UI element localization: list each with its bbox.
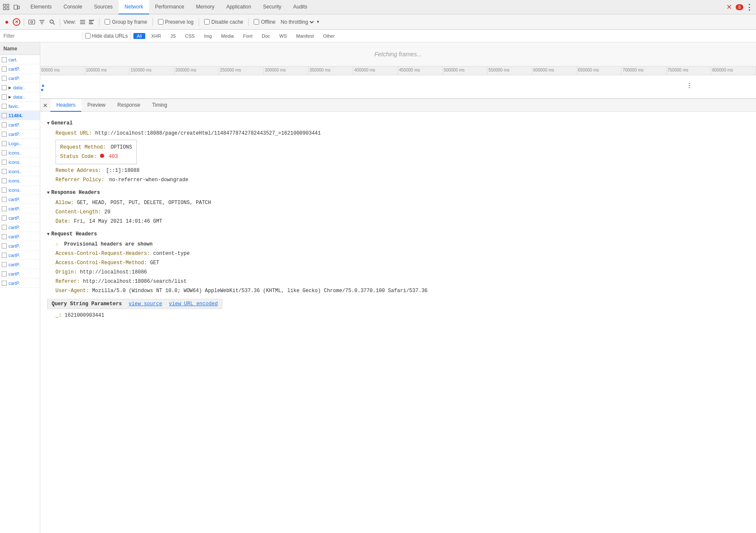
request-checkbox[interactable]: [2, 66, 7, 72]
request-checkbox[interactable]: [2, 262, 7, 267]
request-checkbox[interactable]: [2, 271, 7, 276]
filter-tag-ws[interactable]: WS: [276, 33, 291, 39]
request-checkbox[interactable]: [2, 104, 7, 109]
view-url-encoded-link[interactable]: view URL encoded: [169, 301, 218, 307]
filter-tag-doc[interactable]: Doc: [258, 33, 274, 39]
close-error-icon[interactable]: ✕: [725, 3, 734, 12]
request-checkbox[interactable]: [2, 160, 7, 165]
filter-tag-font[interactable]: Font: [240, 33, 256, 39]
list-item[interactable]: cart.: [0, 55, 40, 64]
request-checkbox[interactable]: [2, 85, 7, 90]
list-item[interactable]: cartP.: [0, 204, 40, 213]
tab-preview[interactable]: Preview: [81, 99, 111, 112]
list-item[interactable]: favic.: [0, 102, 40, 111]
list-item[interactable]: cartP.: [0, 260, 40, 269]
filter-tag-js[interactable]: JS: [167, 33, 179, 39]
throttle-select[interactable]: No throttling Fast 3G Slow 3G Offline: [279, 19, 315, 25]
general-section-header[interactable]: ▼ General: [47, 120, 749, 126]
tab-network[interactable]: Network: [119, 0, 149, 14]
offline-checkbox[interactable]: Offline: [254, 19, 275, 25]
list-item-selected[interactable]: 11484.: [0, 111, 40, 120]
throttle-dropdown-arrow[interactable]: ▾: [317, 19, 319, 25]
list-item[interactable]: Logo..: [0, 139, 40, 148]
record-button[interactable]: ●: [3, 18, 11, 26]
tab-console[interactable]: Console: [58, 0, 88, 14]
list-item[interactable]: cartP.: [0, 232, 40, 241]
list-item[interactable]: cartP.: [0, 195, 40, 204]
list-item[interactable]: ▶ data:.: [0, 92, 40, 102]
list-item[interactable]: cartP.: [0, 279, 40, 288]
filter-tag-all[interactable]: All: [133, 33, 145, 39]
device-toolbar-icon[interactable]: [12, 3, 21, 12]
list-item[interactable]: cartP.: [0, 251, 40, 260]
list-item[interactable]: icons.: [0, 167, 40, 176]
screenshot-icon[interactable]: [28, 18, 36, 26]
request-checkbox[interactable]: [2, 76, 7, 81]
list-item[interactable]: ▶ data:.: [0, 83, 40, 92]
request-checkbox[interactable]: [2, 150, 7, 155]
tab-timing[interactable]: Timing: [146, 99, 173, 112]
request-checkbox[interactable]: [2, 234, 7, 239]
request-checkbox[interactable]: [2, 253, 7, 258]
view-source-link[interactable]: view source: [129, 301, 162, 307]
request-checkbox[interactable]: [2, 122, 7, 127]
close-detail-tab[interactable]: ✕: [40, 102, 50, 109]
filter-tag-media[interactable]: Media: [218, 33, 237, 39]
tab-sources[interactable]: Sources: [88, 0, 119, 14]
hide-data-urls-checkbox[interactable]: Hide data URLs: [85, 33, 128, 39]
tab-performance[interactable]: Performance: [149, 0, 190, 14]
filter-icon[interactable]: [38, 18, 46, 26]
request-checkbox[interactable]: [2, 169, 7, 174]
tab-application[interactable]: Application: [220, 0, 257, 14]
request-checkbox[interactable]: [2, 215, 7, 221]
request-checkbox[interactable]: [2, 225, 7, 230]
filter-tag-other[interactable]: Other: [320, 33, 338, 39]
inspect-icon[interactable]: [2, 3, 11, 12]
list-item[interactable]: icons.: [0, 185, 40, 195]
list-item[interactable]: cartP.: [0, 269, 40, 279]
search-icon[interactable]: [48, 18, 56, 26]
tab-security[interactable]: Security: [257, 0, 287, 14]
request-checkbox[interactable]: [2, 197, 7, 202]
group-by-frame-checkbox[interactable]: Group by frame: [105, 19, 147, 25]
preserve-log-checkbox[interactable]: Preserve log: [158, 19, 194, 25]
list-item[interactable]: icons.: [0, 157, 40, 167]
request-items[interactable]: cart. cartP. cartP. ▶ data:. ▶ data:.: [0, 55, 40, 533]
request-checkbox[interactable]: [2, 94, 7, 99]
list-item[interactable]: icons.: [0, 148, 40, 157]
request-checkbox[interactable]: [2, 57, 7, 62]
list-item[interactable]: cartP.: [0, 64, 40, 74]
request-checkbox[interactable]: [2, 113, 7, 118]
request-checkbox[interactable]: [2, 178, 7, 183]
request-checkbox[interactable]: [2, 188, 7, 193]
filter-tag-manifest[interactable]: Manifest: [293, 33, 317, 39]
list-item[interactable]: cartP.: [0, 120, 40, 130]
filter-tag-img[interactable]: Img: [201, 33, 215, 39]
tab-response[interactable]: Response: [111, 99, 146, 112]
filter-tag-xhr[interactable]: XHR: [148, 33, 164, 39]
request-checkbox[interactable]: [2, 132, 7, 137]
more-options-icon[interactable]: ⋮: [745, 3, 754, 12]
list-item[interactable]: cartP.: [0, 241, 40, 251]
tab-elements[interactable]: Elements: [25, 0, 58, 14]
disable-cache-checkbox[interactable]: Disable cache: [204, 19, 243, 25]
request-checkbox[interactable]: [2, 206, 7, 211]
list-item[interactable]: icons.: [0, 176, 40, 185]
clear-button[interactable]: ✕: [13, 18, 20, 26]
list-item[interactable]: cartP.: [0, 223, 40, 232]
filter-tag-css[interactable]: CSS: [182, 33, 198, 39]
list-item[interactable]: cartP.: [0, 130, 40, 139]
tab-audits[interactable]: Audits: [287, 0, 313, 14]
request-headers-section-header[interactable]: ▼ Request Headers: [47, 231, 749, 237]
tab-memory[interactable]: Memory: [190, 0, 220, 14]
request-checkbox[interactable]: [2, 243, 7, 249]
request-checkbox[interactable]: [2, 281, 7, 286]
waterfall-view-icon[interactable]: [87, 18, 96, 26]
request-checkbox[interactable]: [2, 141, 7, 146]
filter-input[interactable]: [3, 33, 80, 39]
list-view-icon[interactable]: [78, 18, 87, 26]
list-item[interactable]: cartP.: [0, 74, 40, 83]
list-item[interactable]: cartP.: [0, 213, 40, 223]
response-headers-section-header[interactable]: ▼ Response Headers: [47, 190, 749, 196]
tab-headers[interactable]: Headers: [50, 99, 81, 112]
